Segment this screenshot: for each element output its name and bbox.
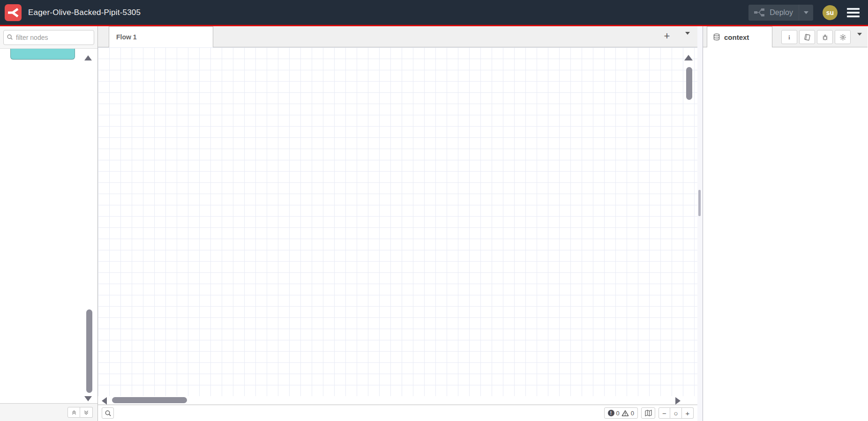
sidebar-tab-bar: context i — [703, 26, 868, 47]
zoom-in-button[interactable]: + — [682, 407, 694, 419]
canvas-footer: ! 0 0 − ○ + — [98, 405, 697, 421]
navigator-button[interactable] — [641, 407, 655, 419]
flowfuse-logo-icon[interactable] — [5, 4, 22, 21]
deploy-label: Deploy — [770, 8, 793, 17]
palette-node-list — [0, 49, 97, 403]
wires-layer — [98, 47, 697, 396]
sidebar-resize-handle[interactable] — [697, 26, 703, 421]
add-flow-button[interactable]: + — [661, 30, 673, 43]
warning-count-icon — [621, 410, 629, 417]
palette-scroll-up-arrow[interactable] — [84, 55, 92, 60]
search-icon — [7, 34, 13, 40]
deploy-options-button[interactable] — [799, 5, 813, 21]
flow-list-button[interactable] — [685, 35, 690, 43]
context-panel — [703, 47, 868, 421]
sidebar-tools: i — [781, 30, 851, 44]
zoom-reset-button[interactable]: ○ — [670, 407, 682, 419]
canvas-hscrollbar[interactable] — [98, 396, 697, 405]
node-red-app: Eager-Olive-Backed-Pipit-5305 Deploy su — [0, 0, 868, 421]
deploy-button[interactable]: Deploy — [748, 5, 813, 21]
node-palette — [0, 26, 98, 421]
notice-counters[interactable]: ! 0 0 — [604, 407, 638, 419]
tab-context[interactable]: context — [707, 26, 772, 47]
canvas-vscrollbar-thumb[interactable] — [686, 67, 692, 100]
palette-collapse-all-button[interactable] — [67, 407, 80, 418]
flow-canvas[interactable] — [98, 47, 697, 396]
palette-expand-all-button[interactable] — [80, 407, 93, 418]
main-menu-button[interactable] — [847, 8, 860, 17]
palette-footer — [0, 403, 97, 421]
palette-scrollbar-thumb[interactable] — [86, 309, 92, 393]
instance-title: Eager-Olive-Backed-Pipit-5305 — [28, 8, 141, 17]
user-avatar[interactable]: su — [823, 5, 838, 20]
tab-flow-1[interactable]: Flow 1 — [109, 26, 213, 47]
canvas-scroll-right-arrow[interactable] — [675, 397, 681, 405]
deploy-icon — [754, 8, 765, 16]
canvas-scroll-up-arrow[interactable] — [684, 55, 693, 60]
error-count: 0 — [616, 410, 620, 417]
canvas-scroll-left-arrow[interactable] — [102, 397, 107, 405]
help-tab-button[interactable] — [799, 30, 815, 44]
info-tab-button[interactable]: i — [781, 30, 797, 44]
flow-tab-bar: Flow 1 + — [98, 26, 697, 47]
app-header: Eager-Olive-Backed-Pipit-5305 Deploy su — [0, 0, 868, 26]
error-count-icon: ! — [608, 410, 614, 416]
palette-scroll-down-arrow[interactable] — [84, 396, 92, 401]
warning-count: 0 — [631, 410, 634, 417]
debug-tab-button[interactable] — [817, 30, 833, 44]
palette-search-input[interactable] — [3, 30, 94, 45]
sidebar-menu-button[interactable] — [857, 36, 862, 44]
canvas-hscrollbar-thumb[interactable] — [112, 397, 187, 403]
sidebar: context i — [703, 26, 868, 421]
svg-text:i: i — [788, 34, 790, 40]
palette-filter-bar — [0, 26, 97, 49]
palette-node-form[interactable] — [10, 49, 75, 60]
workspace: Flow 1 + ! — [98, 26, 697, 421]
canvas-search-button[interactable] — [102, 407, 114, 419]
database-icon — [713, 33, 720, 41]
config-tab-button[interactable] — [835, 30, 851, 44]
zoom-out-button[interactable]: − — [658, 407, 670, 419]
